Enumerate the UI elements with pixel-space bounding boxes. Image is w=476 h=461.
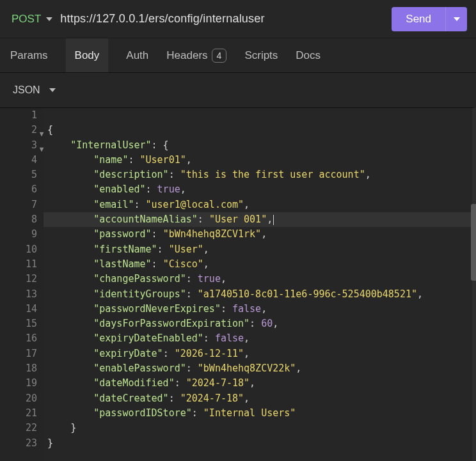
code-line[interactable]: "accountNameAlias": "User 001",	[44, 212, 472, 227]
code-line[interactable]: "passwordIDStore": "Internal Users"	[44, 406, 472, 421]
code-line[interactable]: }	[44, 421, 472, 435]
line-number: 20	[0, 391, 44, 406]
send-button[interactable]: Send	[392, 7, 467, 31]
line-number: 12	[0, 272, 44, 286]
scrollbar-thumb[interactable]	[471, 204, 476, 281]
line-number: 16	[0, 331, 44, 346]
code-line[interactable]: "firstName": "User",	[44, 242, 472, 257]
line-number: 10	[0, 242, 44, 257]
code-line[interactable]	[44, 108, 472, 123]
code-line[interactable]: "lastName": "Cisco",	[44, 257, 472, 272]
line-number: 14	[0, 302, 44, 316]
method-label: POST	[12, 13, 41, 26]
request-bar: POST https://127.0.0.1/ers/config/intern…	[0, 0, 476, 38]
tab-auth[interactable]: Auth	[126, 49, 148, 62]
code-line[interactable]: "expiryDateEnabled": false,	[44, 331, 472, 346]
code-line[interactable]: "expiryDate": "2026-12-11",	[44, 347, 472, 361]
line-number: 8	[0, 212, 44, 227]
line-number: 18	[0, 361, 44, 376]
line-number: 21	[0, 406, 44, 421]
code-line[interactable]: "dateModified": "2024-7-18",	[44, 376, 472, 391]
editor-code[interactable]: { "InternalUser": { "name": "User01", "d…	[44, 108, 472, 461]
tab-scripts[interactable]: Scripts	[244, 49, 278, 62]
code-line[interactable]: "dateCreated": "2024-7-18",	[44, 391, 472, 406]
body-format-bar: JSON	[0, 73, 476, 107]
line-number: 9	[0, 227, 44, 242]
code-line[interactable]: "description": "this is the first user a…	[44, 168, 472, 182]
code-line[interactable]: "InternalUser": {	[44, 138, 472, 153]
code-line[interactable]: {	[44, 123, 472, 137]
code-line[interactable]: "enabled": true,	[44, 182, 472, 197]
line-number: 1	[0, 108, 44, 123]
line-number: 11	[0, 257, 44, 272]
code-line[interactable]: "email": "user1@local.com",	[44, 198, 472, 212]
tab-body[interactable]: Body	[66, 38, 109, 72]
code-line[interactable]: "enablePassword": "bWn4hehq8ZCV22k",	[44, 361, 472, 376]
method-selector[interactable]: POST	[12, 13, 52, 26]
format-label: JSON	[13, 84, 40, 96]
line-number: 6	[0, 182, 44, 197]
chevron-down-icon	[49, 88, 56, 92]
tab-headers[interactable]: Headers 4	[166, 49, 226, 63]
line-number: 22	[0, 421, 44, 435]
send-button-label: Send	[392, 13, 445, 26]
tab-docs[interactable]: Docs	[296, 49, 321, 62]
line-number: 13	[0, 287, 44, 302]
line-number: 4	[0, 153, 44, 168]
code-line[interactable]: "name": "User01",	[44, 153, 472, 168]
code-line[interactable]: "passwordNeverExpires": false,	[44, 302, 472, 316]
code-line[interactable]: "identityGroups": "a1740510-8c01-11e6-99…	[44, 287, 472, 302]
code-line[interactable]: "changePassword": true,	[44, 272, 472, 286]
format-selector[interactable]: JSON	[13, 84, 56, 96]
code-editor[interactable]: 12▼3▼4567891011121314151617181920212223 …	[0, 107, 476, 461]
code-line[interactable]: "daysForPasswordExpiration": 60,	[44, 316, 472, 331]
editor-gutter: 12▼3▼4567891011121314151617181920212223	[0, 108, 44, 461]
line-number: 17	[0, 347, 44, 361]
line-number: 23	[0, 436, 44, 451]
code-line[interactable]: "password": "bWn4hehq8ZCV1rk",	[44, 227, 472, 242]
send-options-toggle[interactable]	[445, 7, 467, 31]
tab-params[interactable]: Params	[10, 49, 48, 62]
line-number: 7	[0, 198, 44, 212]
line-number: 15	[0, 316, 44, 331]
request-tabs: Params Body Auth Headers 4 Scripts Docs	[0, 38, 476, 73]
code-line[interactable]: }	[44, 436, 472, 451]
line-number: 5	[0, 168, 44, 182]
line-number: 2▼	[0, 123, 44, 137]
headers-badge: 4	[212, 49, 227, 63]
chevron-down-icon	[46, 17, 52, 21]
line-number: 3▼	[0, 138, 44, 153]
chevron-down-icon	[454, 17, 460, 21]
url-input[interactable]: https://127.0.0.1/ers/config/internaluse…	[60, 12, 384, 26]
line-number: 19	[0, 376, 44, 391]
